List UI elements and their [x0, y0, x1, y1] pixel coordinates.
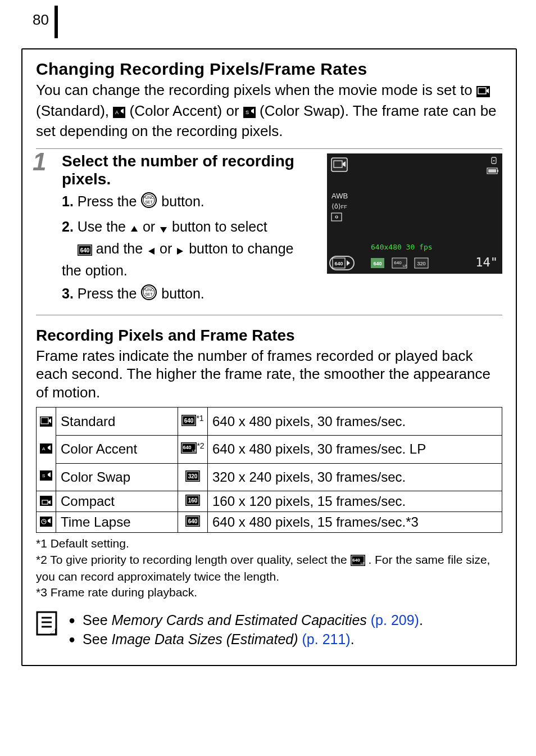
footnote-marker: *1 [196, 414, 203, 423]
lcd-mycolors-icon: ⟨ô⟩FF [331, 202, 348, 211]
table-row: Compact 160 160 x 120 pixels, 15 frames/… [37, 491, 502, 512]
movie-color-swap-icon: S [243, 104, 256, 123]
section-title-changing: Changing Recording Pixels/Frame Rates [36, 60, 502, 79]
svg-text:640: 640 [334, 261, 343, 266]
svg-text:640: 640 [394, 260, 402, 265]
step-title: Select the number of recording pixels. [62, 152, 316, 188]
page-header: 80 [0, 0, 536, 48]
substep-3-pre: Press the [78, 286, 141, 301]
lcd-opt-640-icon: 640 [371, 258, 384, 268]
intro-text-b: (Standard), [36, 102, 113, 119]
movie-compact-icon [40, 496, 52, 506]
pixel-icon-cell: 640LP*2 [178, 436, 208, 464]
mode-desc: 320 x 240 pixels, 30 frames/sec. [208, 463, 502, 491]
mode-label: Color Swap [56, 463, 178, 491]
func-set-button-icon: FUNC.SET [140, 192, 157, 214]
svg-marker-13 [131, 226, 138, 232]
lcd-left-icons: AWB ⟨ô⟩FF [331, 192, 348, 224]
see-also-box: ● See Memory Cards and Estimated Capacit… [36, 611, 502, 649]
svg-text:320: 320 [188, 473, 198, 479]
svg-text:640: 640 [184, 418, 194, 424]
substep-2-b: or [143, 219, 159, 234]
mode-icon-cell [37, 512, 56, 533]
movie-color-accent-icon: A [40, 443, 52, 454]
substep-3: 3. Press the FUNC.SET button. [62, 284, 316, 306]
lcd-opt-640lp-icon: 640LP [392, 258, 407, 268]
svg-text:320: 320 [417, 261, 425, 266]
see-2-post: . [351, 631, 355, 647]
pixel-icon-cell: 640*1 [178, 408, 208, 436]
mode-desc: 640 x 480 pixels, 15 frames/sec.*3 [208, 512, 502, 533]
lcd-option-icons: 640 640LP 320 [371, 258, 428, 268]
movie-standard-icon [476, 83, 490, 102]
res-640-icon: 640 [181, 415, 196, 426]
res-640-icon: 640 [185, 515, 200, 527]
modes-table: A S Standard 640*1 640 x 480 pixels, 30 … [36, 407, 502, 533]
right-arrow-icon [176, 241, 185, 261]
section-title-recording: Recording Pixels and Frame Rates [36, 327, 502, 345]
res-320-icon: 320 [185, 470, 200, 482]
substep-1-pre: Press the [78, 193, 141, 209]
svg-point-28 [493, 160, 494, 161]
substep-2-e: or [160, 241, 176, 256]
footnote-2-a: *2 To give priority to recording length … [36, 553, 351, 566]
movie-standard-icon [40, 417, 52, 427]
svg-text:640: 640 [352, 558, 360, 563]
mode-icon-cell [37, 491, 56, 512]
footnote-3: *3 Frame rate during playback. [36, 585, 502, 600]
svg-text:FUNC.: FUNC. [143, 288, 155, 292]
bullet-icon: ● [69, 632, 75, 647]
svg-marker-36 [347, 260, 350, 266]
lcd-metering-icon [331, 213, 348, 224]
svg-text:LP: LP [192, 449, 196, 452]
movie-color-accent-icon: A [113, 104, 125, 123]
left-arrow-icon [147, 241, 156, 261]
step-1: 1 Select the number of recording pixels.… [36, 148, 502, 315]
lcd-time-remaining: 14" [475, 255, 498, 269]
pixel-icon-cell: 640 [178, 512, 208, 533]
svg-text:A: A [42, 446, 46, 451]
res-640lp-icon: 640LP [181, 442, 197, 454]
down-arrow-icon [159, 219, 168, 239]
mode-desc: 640 x 480 pixels, 30 frames/sec. LP [208, 436, 502, 464]
lcd-awb-icon: AWB [331, 192, 348, 201]
page-content: Changing Recording Pixels/Frame Rates Yo… [21, 48, 517, 666]
svg-text:S: S [42, 473, 45, 478]
pixel-icon-cell: 320 [178, 463, 208, 491]
movie-timelapse-icon [40, 517, 52, 527]
mode-label: Color Accent [56, 436, 178, 464]
substep-1: 1. Press the FUNC.SET button. [62, 192, 316, 214]
svg-text:640: 640 [373, 261, 381, 266]
lcd-opt-320-icon: 320 [415, 258, 428, 268]
svg-text:640: 640 [183, 445, 192, 450]
lcd-top-right-icons [487, 156, 499, 177]
substep-3-num: 3. [62, 286, 74, 301]
svg-text:640: 640 [188, 518, 198, 524]
svg-marker-19 [177, 248, 183, 255]
svg-text:SET: SET [146, 292, 153, 296]
svg-rect-30 [497, 170, 498, 172]
see-item-2: ● See Image Data Sizes (Estimated) (p. 2… [69, 630, 423, 649]
table-row: Color Accent 640LP*2 640 x 480 pixels, 3… [37, 436, 502, 464]
svg-text:A: A [115, 110, 119, 115]
svg-text:FUNC.: FUNC. [143, 196, 155, 200]
substep-2-a: Use the [78, 219, 130, 234]
see-1-title: Memory Cards and Estimated Capacities [111, 612, 366, 628]
bullet-icon: ● [69, 613, 75, 628]
svg-text:SET: SET [146, 200, 153, 204]
func-set-button-icon: FUNC.SET [140, 284, 157, 306]
page-number: 80 [0, 11, 54, 29]
svg-rect-32 [331, 213, 342, 221]
mode-desc: 640 x 480 pixels, 30 frames/sec. [208, 408, 502, 436]
svg-text:LP: LP [403, 264, 407, 268]
intro-text-a: You can change the recording pixels when… [36, 82, 476, 98]
see-2-title: Image Data Sizes (Estimated) [111, 631, 298, 647]
see-1-page-link[interactable]: (p. 209) [367, 612, 419, 628]
footnotes: *1 Default setting. *2 To give priority … [36, 536, 502, 600]
svg-text:640: 640 [80, 247, 89, 253]
svg-text:LP: LP [361, 562, 365, 565]
see-2-page-link[interactable]: (p. 211) [298, 631, 351, 647]
step-substeps: 1. Press the FUNC.SET button. 2. Use the [62, 192, 316, 306]
lcd-movie-mode-icon [331, 158, 347, 173]
substep-2-d: and the [96, 241, 147, 256]
